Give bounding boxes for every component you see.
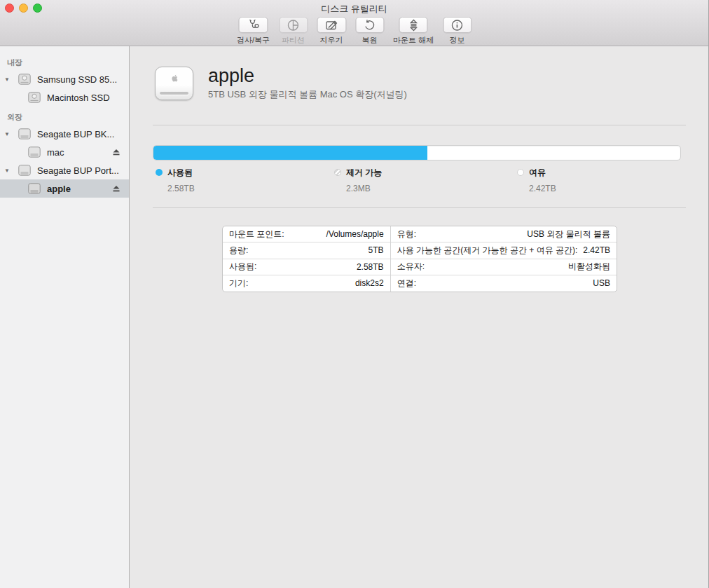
sidebar-item-mac[interactable]: mac [0,143,129,161]
sidebar-item-label: Samsung SSD 85... [37,74,117,85]
detail-row-mount-point: 마운트 포인트: /Volumes/apple [223,226,390,242]
detail-row-capacity: 용량: 5TB [223,242,390,259]
toolbar-item-erase: 지우기 [317,17,346,46]
disclosure-triangle-icon[interactable]: ▼ [4,76,13,83]
sidebar-item-samsung-ssd[interactable]: ▼ Samsung SSD 85... [0,70,129,88]
sidebar-section-external: 외장 [7,112,129,123]
device-title: apple [208,65,407,86]
partition-button[interactable] [279,17,308,33]
toolbar: 검사/복구 파티션 지 [237,17,471,46]
legend-purgeable: 제거 가능 2.3MB [334,167,382,193]
sidebar-item-label: Seagate BUP Port... [37,165,119,176]
info-label: 정보 [450,35,465,46]
legend-dot-used [156,169,163,176]
restore-label: 복원 [362,35,378,46]
legend-free: 여유 2.42TB [517,167,556,193]
details-table: 마운트 포인트: /Volumes/apple 용량: 5TB 사용됨: 2.5… [222,226,617,292]
erase-label: 지우기 [320,35,343,46]
toolbar-item-restore: 복원 [355,17,384,46]
sidebar-item-macintosh-ssd[interactable]: Macintosh SSD [0,88,129,107]
unmount-button[interactable] [399,17,428,33]
device-header: apple 5TB USB 외장 물리적 볼륨 Mac OS 확장(저널링) [155,65,407,101]
legend-label: 여유 [529,167,546,179]
disk-utility-window: 디스크 유틸리티 검사/복구 [0,0,709,588]
legend-label: 제거 가능 [346,167,382,179]
detail-row-available: 사용 가능한 공간(제거 가능한 공간 + 여유 공간): 2.42TB [391,242,617,259]
sidebar: 내장 ▼ Samsung SSD 85... [0,46,130,588]
titlebar[interactable]: 디스크 유틸리티 검사/복구 [0,0,708,46]
disclosure-triangle-icon[interactable]: ▼ [4,131,13,137]
first-aid-button[interactable] [238,17,268,33]
sidebar-section-internal: 내장 [7,57,129,68]
divider [153,207,686,208]
disclosure-triangle-icon[interactable]: ▼ [4,167,13,174]
restore-button[interactable] [355,17,384,33]
sidebar-item-label: apple [47,184,71,194]
external-disk-icon [18,128,31,139]
toolbar-item-unmount: 마운트 해제 [393,17,434,46]
toolbar-item-info: 정보 [443,17,471,46]
erase-button[interactable] [317,17,346,33]
legend-dot-purgeable [334,169,341,176]
restore-icon [364,19,376,32]
main-content: apple 5TB USB 외장 물리적 볼륨 Mac OS 확장(저널링) 사… [130,46,708,588]
partition-label: 파티션 [282,35,305,46]
details-right-column: 유형: USB 외장 물리적 볼륨 사용 가능한 공간(제거 가능한 공간 + … [390,226,617,292]
detail-row-used: 사용됨: 2.58TB [223,259,390,275]
app-body: 내장 ▼ Samsung SSD 85... [0,46,708,588]
eject-icon[interactable] [112,148,121,156]
unmount-icon [408,19,418,32]
detail-row-type: 유형: USB 외장 물리적 볼륨 [391,226,617,242]
device-titles: apple 5TB USB 외장 물리적 볼륨 Mac OS 확장(저널링) [208,65,407,101]
sidebar-item-label: mac [47,147,64,158]
window-title: 디스크 유틸리티 [0,3,708,15]
legend-value: 2.42TB [529,184,556,193]
external-disk-icon [18,165,31,176]
detail-row-device: 기기: disk2s2 [223,275,390,292]
usage-bar-fill [153,146,427,160]
info-icon [451,19,464,32]
unmount-label: 마운트 해제 [393,35,434,46]
external-drive-icon [155,67,193,100]
external-volume-icon [28,183,41,194]
drive-slot [160,92,188,95]
first-aid-icon [246,19,260,32]
partition-icon [287,19,300,32]
sidebar-item-label: Macintosh SSD [47,93,110,103]
sidebar-item-seagate-bk[interactable]: ▼ Seagate BUP BK... [0,125,129,143]
sidebar-item-apple[interactable]: apple [0,179,129,198]
legend-value: 2.58TB [167,184,195,193]
legend-dot-free [517,169,524,176]
eject-icon[interactable] [112,184,121,193]
legend-label: 사용됨 [167,167,193,179]
detail-row-connection: 연결: USB [391,275,617,292]
erase-icon [324,19,338,32]
legend-value: 2.3MB [346,184,382,193]
details-left-column: 마운트 포인트: /Volumes/apple 용량: 5TB 사용됨: 2.5… [223,226,390,292]
sidebar-item-label: Seagate BUP BK... [37,129,114,139]
internal-disk-icon [18,74,31,85]
detail-row-owner: 소유자: 비활성화됨 [391,259,617,275]
first-aid-label: 검사/복구 [237,35,270,46]
info-button[interactable] [443,17,471,33]
external-volume-icon [28,146,41,158]
legend-used: 사용됨 2.58TB [156,167,195,193]
toolbar-item-first-aid: 검사/복구 [237,17,270,46]
internal-volume-icon [28,92,41,103]
divider [153,125,686,125]
toolbar-item-partition: 파티션 [279,17,308,46]
apple-logo-icon [169,72,179,84]
usage-bar [153,145,681,160]
sidebar-item-seagate-port[interactable]: ▼ Seagate BUP Port... [0,161,129,179]
device-subtitle: 5TB USB 외장 물리적 볼륨 Mac OS 확장(저널링) [208,88,407,101]
